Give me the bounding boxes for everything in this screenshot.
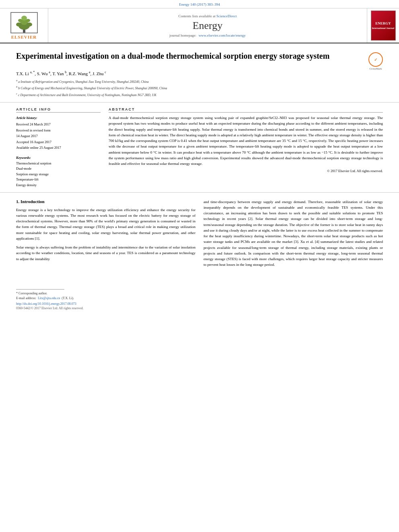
keyword-4: Temperature-lift bbox=[16, 177, 101, 183]
journal-cover-area: ENERGY International Journal bbox=[367, 8, 399, 43]
article-info-abstract-section: ARTICLE INFO Article history: Received 2… bbox=[0, 103, 399, 193]
article-info-col: ARTICLE INFO Article history: Received 2… bbox=[16, 107, 101, 188]
keyword-5: Energy density bbox=[16, 183, 101, 188]
homepage-link[interactable]: www.elsevier.com/locate/energy bbox=[199, 33, 246, 37]
accepted-date: Accepted 16 August 2017 bbox=[16, 139, 101, 145]
elsevier-tree-icon bbox=[10, 12, 38, 34]
keyword-2: Dual-mode bbox=[16, 166, 101, 172]
journal-reference: Energy 140 (2017) 383–394 bbox=[179, 2, 220, 6]
history-label: Article history: bbox=[16, 115, 101, 121]
issn-line: 0360-5442/© 2017 Elsevier Ltd. All right… bbox=[16, 306, 195, 310]
abstract-paragraph: A dual-mode thermochemical sorption ener… bbox=[109, 115, 383, 166]
journal-title-area: Contents lists available at ScienceDirec… bbox=[48, 8, 367, 43]
affiliation-c: c c Department of Architecture and Built… bbox=[16, 92, 383, 98]
elsevier-text: ELSEVIER bbox=[11, 35, 37, 39]
received-date: Received 24 March 2017 bbox=[16, 121, 101, 127]
elsevier-logo: ELSEVIER bbox=[10, 12, 38, 39]
copyright-line: © 2017 Elsevier Ltd. All rights reserved… bbox=[109, 169, 383, 173]
article-title: Experimental investigation on a dual-mod… bbox=[16, 51, 338, 61]
journal-title: Energy bbox=[193, 20, 223, 32]
article-info-heading: ARTICLE INFO bbox=[16, 107, 101, 113]
email-line: E-mail address: Litx@sjtu.edu.cn (T.X. L… bbox=[16, 296, 195, 301]
crossmark-label: CrossMark bbox=[368, 67, 383, 70]
svg-point-7 bbox=[26, 19, 30, 22]
svg-point-5 bbox=[27, 23, 32, 27]
doi-line: http://dx.doi.org/10.1016/j.energy.2017.… bbox=[16, 302, 195, 306]
publisher-logo-area: ELSEVIER bbox=[0, 8, 48, 43]
intro-section-title: 1. Introduction bbox=[16, 199, 195, 204]
keywords-label: Keywords: bbox=[16, 156, 101, 160]
svg-point-4 bbox=[16, 23, 22, 27]
body-right-col: and time-discrepancy between energy supp… bbox=[204, 199, 383, 310]
crossmark-badge[interactable]: ✓ bbox=[368, 52, 383, 67]
journal-cover-image: ENERGY International Journal bbox=[371, 10, 396, 41]
crossmark-area: ✓ CrossMark bbox=[368, 52, 383, 70]
abstract-heading: ABSTRACT bbox=[109, 107, 383, 113]
keyword-1: Thermochemical sorption bbox=[16, 161, 101, 166]
article-history: Article history: Received 24 March 2017 … bbox=[16, 115, 101, 151]
sciencedirect-link[interactable]: ScienceDirect bbox=[216, 14, 237, 18]
affiliation-a: a a Institute of Refrigeration and Cryog… bbox=[16, 78, 383, 84]
corresponding-author-line: * Corresponding author. bbox=[16, 291, 195, 296]
doi-link[interactable]: http://dx.doi.org/10.1016/j.energy.2017.… bbox=[16, 302, 76, 306]
revised-label: Received in revised form bbox=[16, 127, 101, 133]
footnotes-area: * Corresponding author. E-mail address: … bbox=[16, 265, 195, 310]
homepage-line: journal homepage: www.elsevier.com/locat… bbox=[169, 33, 246, 37]
affiliation-b: b b College of Energy and Mechanical Eng… bbox=[16, 85, 383, 91]
top-bar: Energy 140 (2017) 383–394 bbox=[0, 0, 399, 8]
abstract-text: A dual-mode thermochemical sorption ener… bbox=[109, 115, 383, 166]
article-title-section: Experimental investigation on a dual-mod… bbox=[0, 43, 399, 103]
journal-header: ELSEVIER Contents lists available at Sci… bbox=[0, 8, 399, 43]
affiliations: a a Institute of Refrigeration and Cryog… bbox=[16, 78, 383, 98]
available-date: Available online 25 August 2017 bbox=[16, 145, 101, 150]
email-link[interactable]: Litx@sjtu.edu.cn bbox=[38, 296, 60, 300]
footnote-rule bbox=[16, 289, 64, 290]
intro-paragraph-right-1: and time-discrepancy between energy supp… bbox=[204, 199, 383, 268]
intro-paragraph-1: Energy storage is a key technology to im… bbox=[16, 207, 195, 242]
keyword-3: Sorption energy storage bbox=[16, 172, 101, 177]
revised-date: 14 August 2017 bbox=[16, 133, 101, 139]
authors-line: T.X. Li a, *, S. Wu a, T. Yan b, R.Z. Wa… bbox=[16, 70, 383, 76]
abstract-col: ABSTRACT A dual-mode thermochemical sorp… bbox=[109, 107, 383, 188]
intro-paragraph-2: Solar energy is always suffering from th… bbox=[16, 244, 195, 262]
crossmark-icon: ✓ bbox=[374, 58, 377, 62]
svg-point-3 bbox=[21, 16, 27, 21]
svg-point-6 bbox=[18, 19, 22, 22]
main-body: 1. Introduction Energy storage is a key … bbox=[0, 193, 399, 314]
contents-line: Contents lists available at ScienceDirec… bbox=[179, 14, 237, 18]
keywords-section: Keywords: Thermochemical sorption Dual-m… bbox=[16, 156, 101, 188]
body-left-col: 1. Introduction Energy storage is a key … bbox=[16, 199, 195, 310]
